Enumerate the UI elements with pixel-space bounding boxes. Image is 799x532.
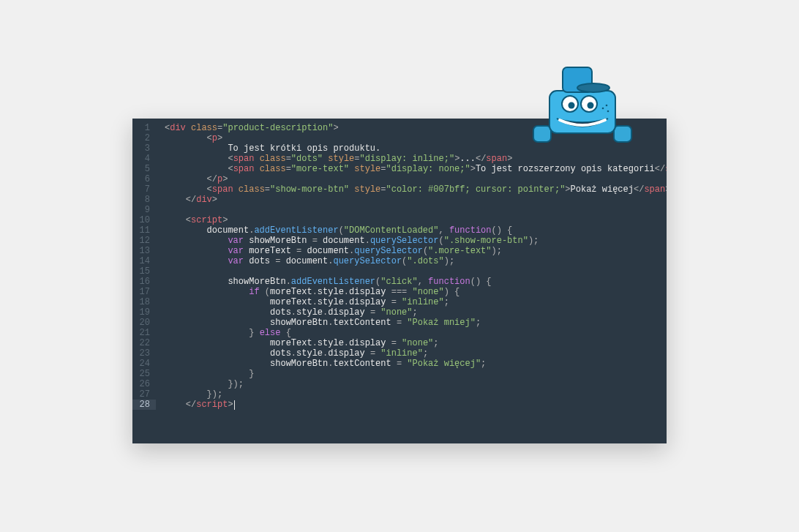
code-line[interactable]: <span class="more-text" style="display: … (165, 164, 661, 174)
code-line[interactable]: }); (165, 379, 661, 389)
line-number: 11 (137, 225, 150, 236)
line-number: 2 (137, 133, 150, 143)
code-line[interactable]: moreText.style.display = "none"; (165, 338, 661, 348)
line-number: 23 (137, 348, 150, 359)
line-number: 26 (137, 379, 150, 389)
svg-point-7 (569, 102, 575, 108)
svg-rect-0 (533, 126, 551, 142)
svg-point-8 (588, 102, 594, 108)
line-number: 14 (137, 256, 150, 266)
line-number-gutter: 1234567891011121314151617181920212223242… (132, 119, 156, 414)
code-line[interactable]: </script> (165, 400, 661, 410)
line-number: 20 (137, 318, 150, 328)
line-number: 15 (137, 266, 150, 277)
line-number: 8 (137, 195, 150, 205)
code-line[interactable]: var dots = document.querySelector(".dots… (165, 256, 661, 266)
line-number: 17 (137, 287, 150, 297)
line-number: 16 (137, 277, 150, 287)
line-number: 13 (137, 246, 150, 256)
svg-point-4 (577, 83, 609, 92)
code-line[interactable]: var showMoreBtn = document.querySelector… (165, 236, 661, 246)
line-number: 25 (137, 369, 150, 379)
code-line[interactable]: showMoreBtn.addEventListener("click", fu… (165, 277, 661, 287)
mascot-character (528, 61, 637, 149)
code-line[interactable]: }); (165, 389, 661, 400)
line-number: 27 (137, 389, 150, 400)
code-line[interactable] (165, 266, 661, 277)
code-line[interactable]: <span class="dots" style="display: inlin… (165, 154, 661, 164)
code-editor[interactable]: 1234567891011121314151617181920212223242… (132, 119, 667, 443)
line-number: 9 (137, 205, 150, 215)
line-number: 5 (137, 164, 150, 174)
code-line[interactable]: dots.style.display = "none"; (165, 307, 661, 318)
line-number: 1 (137, 123, 150, 133)
line-number: 4 (137, 154, 150, 164)
line-number: 7 (137, 184, 150, 195)
svg-point-10 (606, 104, 608, 106)
code-line[interactable]: moreText.style.display = "inline"; (165, 297, 661, 307)
code-line[interactable]: </div> (165, 195, 661, 205)
line-number: 19 (137, 307, 150, 318)
line-number: 3 (137, 143, 150, 154)
line-number: 22 (137, 338, 150, 348)
code-line[interactable]: document.addEventListener("DOMContentLoa… (165, 225, 661, 236)
line-number: 18 (137, 297, 150, 307)
code-line[interactable]: dots.style.display = "inline"; (165, 348, 661, 359)
svg-point-9 (602, 107, 604, 109)
code-line[interactable]: } else { (165, 328, 661, 338)
line-number: 10 (137, 215, 150, 225)
svg-point-11 (607, 110, 609, 112)
code-line[interactable]: showMoreBtn.textContent = "Pokaż mniej"; (165, 318, 661, 328)
code-line[interactable]: if (moreText.style.display === "none") { (165, 287, 661, 297)
code-content[interactable]: <div class="product-description"> <p> To… (156, 119, 667, 414)
code-line[interactable] (165, 205, 661, 215)
code-editor-window: 1234567891011121314151617181920212223242… (132, 119, 667, 443)
code-line[interactable]: var moreText = document.querySelector(".… (165, 246, 661, 256)
line-number: 6 (137, 174, 150, 184)
code-line[interactable]: </p> (165, 174, 661, 184)
line-number: 12 (137, 236, 150, 246)
svg-rect-1 (614, 126, 631, 142)
code-line[interactable]: showMoreBtn.textContent = "Pokaż więcej"… (165, 359, 661, 369)
code-line[interactable]: } (165, 369, 661, 379)
line-number: 24 (137, 359, 150, 369)
code-line[interactable]: <span class="show-more-btn" style="color… (165, 184, 661, 195)
line-number: 21 (137, 328, 150, 338)
line-number: 28 (132, 400, 156, 410)
code-line[interactable]: <script> (165, 215, 661, 225)
